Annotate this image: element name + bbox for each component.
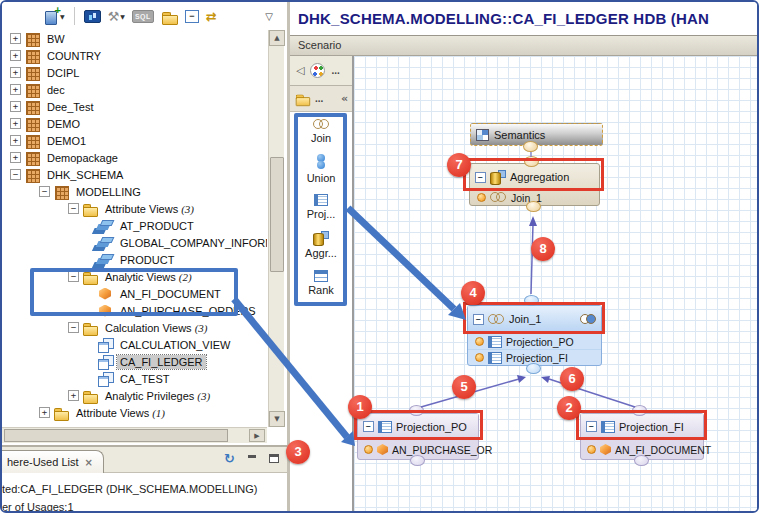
tree-item[interactable]: CALCULATION_VIEW — [2, 336, 267, 353]
collapse-palette-icon[interactable]: ◁ — [296, 64, 304, 77]
collapse-all-icon[interactable]: − — [185, 10, 199, 23]
port-projection-po-bottom[interactable] — [410, 455, 425, 466]
join-source-row[interactable]: Projection_PO — [468, 333, 601, 349]
annotation-rect-join — [463, 302, 605, 334]
expand-toggle-icon[interactable]: + — [10, 135, 21, 146]
port-semantics-bottom[interactable] — [523, 141, 538, 152]
annotation-badge-4: 4 — [461, 281, 485, 305]
vertical-scroll-thumb[interactable] — [270, 157, 284, 272]
tree-item-icon — [97, 371, 113, 387]
expand-toggle-icon[interactable]: + — [10, 50, 21, 61]
tree-item[interactable]: + DCIPL — [2, 64, 267, 81]
port-aggregation-bottom[interactable] — [526, 201, 541, 212]
mapped-dot-icon — [364, 445, 373, 454]
tree-item[interactable]: + BW — [2, 30, 267, 47]
navigator-toolbar: + ▼ ⚒ ▼ SQL − ⇄ ▽ — [2, 2, 287, 30]
tree-item[interactable]: − MODELLING — [2, 183, 267, 200]
tree-item[interactable]: + COUNTRY — [2, 47, 267, 64]
annotation-badge-6: 6 — [560, 367, 584, 391]
palette-icon[interactable] — [310, 63, 325, 78]
tree-item[interactable]: + Demopackage — [2, 149, 267, 166]
projection-icon — [488, 352, 502, 364]
where-used-tabstrip: here-Used List × ↻ — [2, 447, 287, 473]
tree-item[interactable]: + Attribute Views(1) — [2, 404, 267, 421]
sql-editor-icon[interactable]: SQL — [132, 10, 154, 23]
expand-toggle-icon[interactable]: + — [39, 407, 50, 418]
minimize-icon[interactable] — [247, 454, 257, 463]
tools-icon: ⚒ — [108, 9, 120, 24]
expand-toggle-icon[interactable]: − — [68, 203, 79, 214]
tree-horizontal-scrollbar[interactable]: ▶ — [2, 427, 267, 443]
tree-item[interactable]: − Calculation Views(3) — [2, 319, 267, 336]
tree-item-label: DEMO — [44, 117, 83, 131]
tree-item-icon — [82, 320, 98, 336]
switch-view-icon[interactable]: ⇄ — [206, 9, 217, 24]
overflow-icon[interactable]: ... — [331, 65, 339, 76]
tree-item[interactable]: + dec — [2, 81, 267, 98]
source-label: Projection_PO — [506, 336, 574, 348]
selected-object-text: ted:CA_FI_LEDGER (DHK_SCHEMA.MODELLING) — [2, 483, 258, 495]
scroll-right-icon[interactable]: ▶ — [249, 429, 265, 442]
maximize-icon[interactable] — [269, 454, 279, 463]
source-label: Projection_FI — [506, 352, 568, 364]
annotation-badge-3: 3 — [286, 440, 310, 464]
tree-item[interactable]: + DEMO — [2, 115, 267, 132]
expand-toggle-icon[interactable]: + — [10, 101, 21, 112]
tree-vertical-scrollbar[interactable]: ▲ ▼ — [268, 30, 284, 427]
analytic-view-cube-icon — [600, 444, 611, 455]
data-preview-icon[interactable] — [84, 10, 101, 23]
pin-palette-icon[interactable]: « — [341, 92, 348, 105]
mapped-dot-icon — [475, 353, 484, 362]
tree-item-icon — [24, 31, 40, 47]
expand-toggle-icon[interactable]: − — [68, 322, 79, 333]
view-menu-icon[interactable]: ▽ — [265, 11, 273, 22]
chevron-down-icon[interactable]: ▼ — [120, 13, 125, 20]
palette-drawer-header[interactable]: ... « — [290, 86, 352, 112]
expand-toggle-icon[interactable]: + — [10, 67, 21, 78]
expand-toggle-icon[interactable]: + — [10, 33, 21, 44]
tab-where-used-list[interactable]: here-Used List × — [0, 450, 104, 473]
where-used-panel: here-Used List × ↻ ted:CA_FI_LEDGER (DHK… — [2, 445, 287, 511]
expand-toggle-icon[interactable]: + — [68, 390, 79, 401]
tree-item[interactable]: CA_FI_LEDGER — [2, 353, 267, 370]
tree-item-label: BW — [44, 32, 68, 46]
tree-item-label: CA_TEST — [117, 372, 173, 386]
tree-item[interactable]: + Dee_Test — [2, 98, 267, 115]
navigator-panel: + ▼ ⚒ ▼ SQL − ⇄ ▽ + BW — [2, 2, 287, 511]
tree-item-label: DHK_SCHEMA — [44, 168, 126, 182]
port-join-bottom[interactable] — [526, 363, 541, 374]
projection-icon — [488, 336, 502, 348]
tree-item[interactable]: − Attribute Views(3) — [2, 200, 267, 217]
expand-toggle-icon[interactable]: + — [10, 118, 21, 129]
tree-item-label: Calculation Views(3) — [102, 321, 210, 335]
annotation-badge-2: 2 — [557, 396, 581, 420]
source-label: AN_FI_DOCUMENT — [615, 444, 711, 456]
scroll-down-icon[interactable]: ▼ — [269, 411, 285, 427]
expand-toggle-icon[interactable]: − — [39, 186, 50, 197]
port-projection-fi-bottom[interactable] — [634, 455, 649, 466]
scroll-up-icon[interactable]: ▲ — [269, 30, 285, 46]
refresh-icon[interactable]: ↻ — [224, 451, 235, 466]
toolbar-separator — [74, 7, 75, 25]
open-folder-icon[interactable] — [161, 9, 178, 24]
tree-item[interactable]: − DHK_SCHEMA — [2, 166, 267, 183]
tree-item[interactable]: CA_TEST — [2, 370, 267, 387]
expand-toggle-icon[interactable]: − — [10, 169, 21, 180]
annotation-box-palette — [294, 113, 347, 306]
tree-item-icon — [82, 388, 98, 404]
horizontal-scroll-thumb[interactable] — [4, 429, 228, 442]
tree-item-label: dec — [44, 83, 68, 97]
tree-item[interactable]: PRODUCT — [2, 251, 267, 268]
package-tree: + BW + COUNTRY + DCIPL + — [2, 30, 267, 427]
new-package-button[interactable]: + ▼ — [44, 8, 65, 24]
tree-item[interactable]: AT_PRODUCT — [2, 217, 267, 234]
expand-toggle-icon[interactable]: + — [10, 152, 21, 163]
tools-button[interactable]: ⚒ ▼ — [108, 9, 125, 24]
expand-toggle-icon[interactable]: + — [10, 84, 21, 95]
annotation-rect-projection-fi — [576, 410, 707, 440]
close-icon[interactable]: × — [85, 457, 93, 468]
tree-item[interactable]: + Analytic Privileges(3) — [2, 387, 267, 404]
drawer-overflow-icon: ... — [315, 93, 323, 104]
tree-item[interactable]: + DEMO1 — [2, 132, 267, 149]
tree-item[interactable]: GLOBAL_COMPANY_INFORMAT — [2, 234, 267, 251]
